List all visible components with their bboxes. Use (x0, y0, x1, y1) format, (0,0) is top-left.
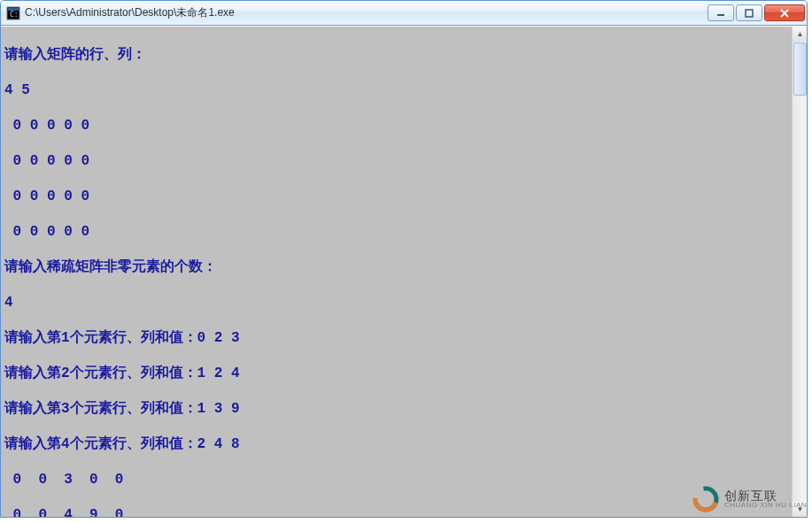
scroll-up-arrow-icon[interactable]: ▲ (793, 27, 807, 42)
client-area: 请输入矩阵的行、列： 4 5 0 0 0 0 0 0 0 0 0 0 0 0 0… (1, 26, 807, 517)
console-line: 0 0 4 9 0 (4, 506, 788, 517)
watermark-en: CHUANG XIN HU LIAN (724, 502, 807, 509)
svg-rect-3 (717, 14, 724, 16)
console-line: 请输入稀疏矩阵非零元素的个数： (4, 258, 788, 276)
console-line: 请输入第2个元素行、列和值：1 2 4 (4, 365, 788, 382)
console-line: 4 (4, 294, 788, 311)
console-line: 请输入第1个元素行、列和值：0 2 3 (4, 329, 788, 347)
console-line: 0 0 0 0 0 (4, 152, 788, 170)
prompt-value: 0 2 3 (197, 330, 240, 346)
window-title: C:\Users\Administrator\Desktop\未命名1.exe (25, 5, 708, 20)
app-window: C: C:\Users\Administrator\Desktop\未命名1.e… (0, 0, 808, 518)
prompt-value: 1 2 4 (197, 365, 240, 381)
vertical-scrollbar[interactable]: ▲ ▼ (792, 27, 807, 517)
prompt-label: 请输入第2个元素行、列和值： (4, 365, 197, 381)
titlebar[interactable]: C: C:\Users\Administrator\Desktop\未命名1.e… (1, 1, 807, 26)
console-line: 请输入第4个元素行、列和值：2 4 8 (4, 435, 788, 453)
svg-text:C:: C: (10, 11, 19, 19)
watermark-text: 创新互联 CHUANG XIN HU LIAN (724, 489, 807, 509)
app-icon: C: (6, 6, 20, 20)
minimize-button[interactable] (708, 4, 734, 21)
console-line: 0 0 0 0 0 (4, 223, 788, 241)
watermark-cn: 创新互联 (724, 489, 807, 502)
close-button[interactable] (764, 4, 805, 21)
prompt-label: 请输入第4个元素行、列和值： (4, 436, 197, 452)
prompt-value: 1 3 9 (197, 401, 240, 417)
prompt-label: 请输入第3个元素行、列和值： (4, 401, 197, 417)
window-buttons (708, 4, 805, 21)
console-line: 0 0 0 0 0 (4, 188, 788, 205)
console-line: 4 5 (4, 81, 788, 99)
prompt-value: 2 4 8 (197, 436, 240, 452)
console-line: 0 0 0 0 0 (4, 117, 788, 135)
maximize-button[interactable] (736, 4, 762, 21)
console-line: 请输入第3个元素行、列和值：1 3 9 (4, 400, 788, 418)
scroll-thumb[interactable] (793, 42, 807, 96)
console-output: 请输入矩阵的行、列： 4 5 0 0 0 0 0 0 0 0 0 0 0 0 0… (1, 27, 792, 517)
prompt-label: 请输入第1个元素行、列和值： (4, 330, 197, 346)
watermark: 创新互联 CHUANG XIN HU LIAN (691, 484, 807, 514)
console-line: 0 0 3 0 0 (4, 471, 788, 488)
console-line: 请输入矩阵的行、列： (4, 46, 788, 64)
svg-rect-4 (746, 10, 753, 17)
watermark-logo-icon (691, 484, 721, 514)
